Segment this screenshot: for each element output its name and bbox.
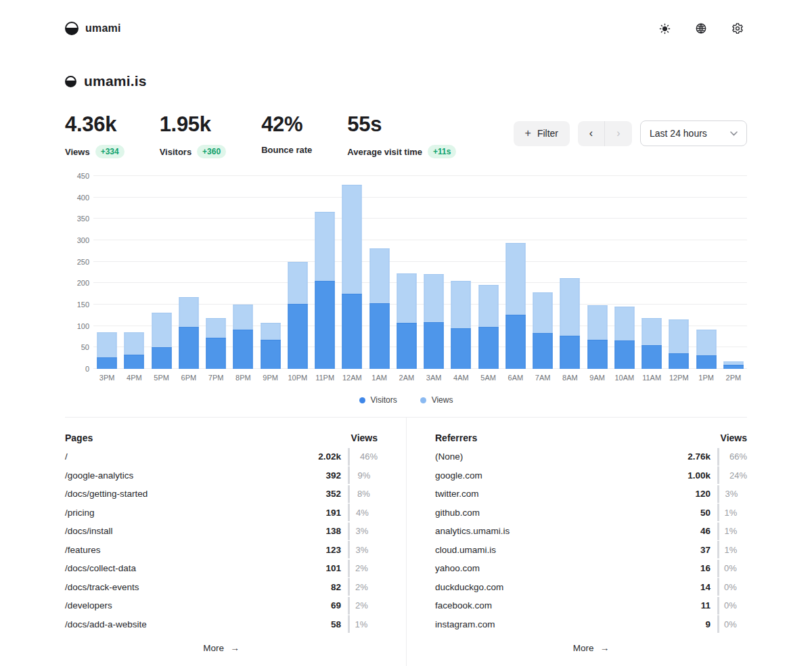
bar-12am[interactable] [338,176,365,369]
stat-bounce-rate: 42%Bounce rate [261,112,312,158]
stat-meta: Views+334 [65,145,125,158]
visitors-bar [478,327,498,369]
row-percent: 66% [717,448,747,466]
bar-5am[interactable] [475,176,502,369]
x-tick-label: 11PM [311,374,338,382]
row-link[interactable]: /features [65,545,325,555]
row-link[interactable]: cloud.umami.is [435,545,700,555]
bar-2pm[interactable] [720,176,747,369]
row-value: 1.00k [687,470,710,481]
row-percent: 1% [348,615,378,633]
row-link[interactable]: analytics.umami.is [435,526,700,536]
table-row: twitter.com1203% [435,485,747,504]
visitors-bar [315,281,335,369]
topbar-actions [655,19,747,38]
row-percent: 3% [348,541,378,558]
chart-y-axis: 050100150200250300350400450 [65,176,89,369]
stat-label: Bounce rate [261,145,312,155]
brand[interactable]: umami [65,22,121,35]
row-link[interactable]: /docs/collect-data [65,563,325,573]
row-link[interactable]: /developers [65,600,331,610]
x-tick-label: 9AM [584,374,611,382]
row-value: 37 [700,545,710,555]
bar-10pm[interactable] [284,176,311,369]
table-header: PagesViews [65,432,378,443]
x-tick-label: 8PM [229,374,256,382]
table-row: /docs/install1383% [65,522,378,541]
bar-1am[interactable] [366,176,393,369]
x-tick-label: 8AM [556,374,583,382]
chevron-left-icon[interactable]: ‹ [578,121,605,146]
visitors-bar [397,323,416,369]
table-row: (None)2.76k66% [435,447,747,466]
row-value: 69 [331,600,341,610]
table-header: ReferrersViews [435,432,747,443]
row-link[interactable]: github.com [435,508,700,518]
x-tick-label: 4AM [447,374,474,382]
x-tick-label: 7PM [202,374,229,382]
bar-3pm[interactable] [93,176,120,369]
table-title: Referrers [435,432,477,443]
row-link[interactable]: /pricing [65,508,325,518]
row-value: 123 [325,545,341,555]
bar-10am[interactable] [611,176,638,369]
bar-6pm[interactable] [175,176,202,369]
date-range-value: Last 24 hours [650,128,707,139]
row-percent: 1% [717,523,747,540]
row-link[interactable]: /docs/install [65,526,325,536]
row-link[interactable]: yahoo.com [435,563,700,573]
chevron-right-icon[interactable]: › [605,121,632,146]
x-tick-label: 3AM [420,374,447,382]
legend-item-views[interactable]: Views [420,395,453,405]
filter-button[interactable]: + Filter [514,121,570,146]
row-link[interactable]: twitter.com [435,489,695,499]
bar-2am[interactable] [393,176,420,369]
bar-4am[interactable] [447,176,474,369]
legend-item-visitors[interactable]: Visitors [359,395,397,405]
stat-change-badge: +334 [95,145,125,158]
row-link[interactable]: facebook.com [435,600,701,610]
row-link[interactable]: google.com [435,470,687,481]
stat-average-visit-time: 55sAverage visit time+11s [347,112,456,158]
row-link[interactable]: /docs/add-a-website [65,619,331,629]
theme-sun-icon[interactable] [655,19,674,38]
row-link[interactable]: /docs/getting-started [65,489,325,499]
row-link[interactable]: instagram.com [435,619,705,629]
table-row: cloud.umami.is371% [435,541,747,560]
bar-8am[interactable] [556,176,583,369]
row-link[interactable]: /docs/track-events [65,582,331,592]
bar-4pm[interactable] [120,176,148,369]
site-header: umami.is [65,73,747,89]
bar-6am[interactable] [502,176,529,369]
main-content: umami.is 4.36kViews+3341.95kVisitors+360… [0,73,812,666]
date-range-select[interactable]: Last 24 hours [640,120,747,146]
bar-7am[interactable] [529,176,556,369]
row-link[interactable]: /google-analytics [65,470,325,481]
more-button[interactable]: More→ [573,643,609,653]
table-row: /features1233% [65,541,378,560]
arrow-right-icon: → [230,643,240,653]
row-link[interactable]: duckduckgo.com [435,582,700,592]
stat-meta: Average visit time+11s [347,145,456,158]
bar-12pm[interactable] [665,176,692,369]
language-globe-icon[interactable] [692,19,710,38]
bar-8pm[interactable] [229,176,256,369]
y-tick-label: 100 [77,322,89,330]
bar-11pm[interactable] [311,176,338,369]
row-value: 14 [700,582,710,592]
bar-3am[interactable] [420,176,447,369]
visitors-bar [342,294,362,369]
settings-gear-icon[interactable] [728,19,747,38]
bar-11am[interactable] [638,176,665,369]
top-header: umami [0,0,812,42]
more-button[interactable]: More→ [203,643,239,653]
bar-1pm[interactable] [693,176,720,369]
bar-9pm[interactable] [257,176,284,369]
table-row: /docs/track-events822% [65,578,378,597]
row-link[interactable]: (None) [435,451,687,462]
row-value: 82 [331,582,341,592]
row-link[interactable]: / [65,451,318,462]
bar-5pm[interactable] [148,176,175,369]
bar-9am[interactable] [584,176,611,369]
bar-7pm[interactable] [202,176,229,369]
